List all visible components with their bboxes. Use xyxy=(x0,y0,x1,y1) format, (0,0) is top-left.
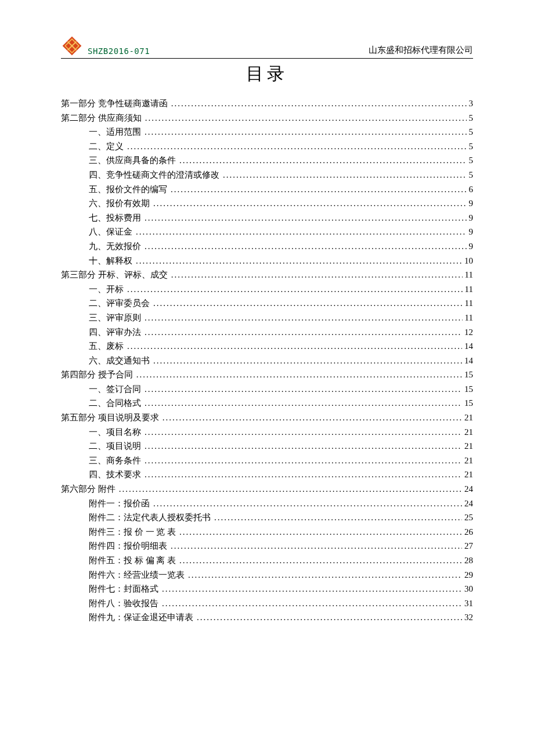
toc-entry[interactable]: 十、解释权 10 xyxy=(61,254,473,268)
toc-entry-label: 三、评审原则 xyxy=(89,311,141,325)
toc-entry-label: 五、废标 xyxy=(89,339,124,354)
toc-entry[interactable]: 附件四：报价明细表 27 xyxy=(61,539,473,553)
toc-entry-label: 第六部分 附件 xyxy=(61,482,116,496)
toc-entry-label: 第五部分 项目说明及要求 xyxy=(61,411,159,425)
toc-leader-dots xyxy=(171,96,467,111)
toc-entry[interactable]: 二、定义 5 xyxy=(61,139,473,154)
toc-leader-dots xyxy=(214,510,462,525)
toc-leader-dots xyxy=(179,525,462,539)
toc-entry-page: 15 xyxy=(462,382,473,397)
toc-entry[interactable]: 一、开标 11 xyxy=(61,282,473,297)
header-left: SHZB2016-071 xyxy=(61,35,150,57)
toc-entry[interactable]: 八、保证金 9 xyxy=(61,225,473,239)
document-code: SHZB2016-071 xyxy=(88,46,150,57)
toc-entry-page: 28 xyxy=(462,553,473,568)
toc-leader-dots xyxy=(136,225,467,239)
toc-entry-label: 一、适用范围 xyxy=(89,125,141,139)
toc-leader-dots xyxy=(179,153,467,168)
toc-entry-label: 八、保证金 xyxy=(89,225,132,239)
toc-entry[interactable]: 附件六：经营业绩一览表 29 xyxy=(61,568,473,582)
toc-leader-dots xyxy=(145,396,462,411)
toc-entry-label: 附件二：法定代表人授权委托书 xyxy=(89,510,211,525)
toc-entry[interactable]: 第四部分 授予合同 15 xyxy=(61,368,473,382)
toc-entry[interactable]: 附件二：法定代表人授权委托书 25 xyxy=(61,510,473,525)
toc-entry[interactable]: 三、商务条件 21 xyxy=(61,453,473,468)
toc-leader-dots xyxy=(197,610,462,625)
toc-entry-page: 9 xyxy=(467,239,474,254)
toc-entry-page: 15 xyxy=(462,396,473,411)
toc-entry-label: 二、评审委员会 xyxy=(89,296,150,311)
toc-entry[interactable]: 四、技术要求 21 xyxy=(61,467,473,482)
toc-leader-dots xyxy=(145,439,462,453)
toc-entry-page: 5 xyxy=(467,153,474,168)
toc-entry[interactable]: 附件一：报价函 24 xyxy=(61,496,473,511)
toc-entry[interactable]: 二、评审委员会 11 xyxy=(61,296,473,311)
toc-entry-label: 一、开标 xyxy=(89,282,124,297)
toc-leader-dots xyxy=(127,282,463,297)
toc-leader-dots xyxy=(171,539,462,553)
toc-entry-page: 5 xyxy=(467,125,474,139)
toc-entry[interactable]: 一、签订合同 15 xyxy=(61,382,473,397)
toc-entry[interactable]: 六、成交通知书 14 xyxy=(61,354,473,368)
toc-leader-dots xyxy=(136,368,462,382)
page-title: 目录 xyxy=(61,62,473,86)
toc-entry-label: 附件三：报 价 一 览 表 xyxy=(89,525,176,539)
toc-leader-dots xyxy=(145,311,463,325)
toc-entry[interactable]: 六、报价有效期 9 xyxy=(61,196,473,211)
toc-entry[interactable]: 五、报价文件的编写 6 xyxy=(61,182,473,197)
toc-entry-label: 附件九：保证金退还申请表 xyxy=(89,610,193,625)
toc-entry[interactable]: 四、评审办法 12 xyxy=(61,325,473,340)
toc-entry[interactable]: 三、评审原则 11 xyxy=(61,311,473,325)
toc-entry[interactable]: 一、适用范围 5 xyxy=(61,125,473,139)
toc-leader-dots xyxy=(153,496,462,511)
toc-leader-dots xyxy=(153,354,462,368)
toc-leader-dots xyxy=(119,482,462,496)
toc-entry[interactable]: 附件八：验收报告 31 xyxy=(61,596,473,611)
page-header: SHZB2016-071 山东盛和招标代理有限公司 xyxy=(61,35,473,59)
toc-entry[interactable]: 七、投标费用 9 xyxy=(61,211,473,225)
toc-entry[interactable]: 二、项目说明 21 xyxy=(61,439,473,453)
toc-entry[interactable]: 附件五：投 标 偏 离 表 28 xyxy=(61,553,473,568)
toc-entry-page: 5 xyxy=(467,139,474,154)
toc-entry-page: 12 xyxy=(462,325,473,340)
toc-entry[interactable]: 第五部分 项目说明及要求 21 xyxy=(61,411,473,425)
toc-entry[interactable]: 第六部分 附件 24 xyxy=(61,482,473,496)
toc-entry-page: 14 xyxy=(462,339,473,354)
toc-entry[interactable]: 二、合同格式 15 xyxy=(61,396,473,411)
company-name: 山东盛和招标代理有限公司 xyxy=(369,45,473,57)
toc-leader-dots xyxy=(145,111,467,125)
toc-entry[interactable]: 五、废标 14 xyxy=(61,339,473,354)
toc-entry-label: 六、成交通知书 xyxy=(89,354,150,368)
toc-entry-label: 二、项目说明 xyxy=(89,439,141,453)
toc-entry[interactable]: 四、竞争性磋商文件的澄清或修改 5 xyxy=(61,168,473,182)
toc-entry[interactable]: 附件三：报 价 一 览 表 26 xyxy=(61,525,473,539)
toc-entry-page: 6 xyxy=(467,182,474,197)
toc-leader-dots xyxy=(179,553,462,568)
toc-entry[interactable]: 一、项目名称 21 xyxy=(61,425,473,440)
toc-leader-dots xyxy=(145,453,462,468)
toc-entry-page: 9 xyxy=(467,211,474,225)
toc-entry-page: 21 xyxy=(462,425,473,440)
toc-entry-page: 31 xyxy=(462,596,473,611)
toc-leader-dots xyxy=(145,211,467,225)
toc-entry[interactable]: 附件七：封面格式 30 xyxy=(61,582,473,596)
toc-leader-dots xyxy=(171,268,463,282)
toc-entry-page: 25 xyxy=(462,510,473,525)
toc-entry-page: 30 xyxy=(462,582,473,596)
toc-leader-dots xyxy=(163,411,462,425)
toc-leader-dots xyxy=(145,382,462,397)
table-of-contents: 第一部分 竞争性磋商邀请函 3第二部分 供应商须知 5一、适用范围 5二、定义 … xyxy=(61,96,473,625)
toc-entry[interactable]: 第二部分 供应商须知 5 xyxy=(61,111,473,125)
toc-entry-label: 二、定义 xyxy=(89,139,124,154)
toc-entry[interactable]: 附件九：保证金退还申请表 32 xyxy=(61,610,473,625)
toc-entry-label: 九、无效报价 xyxy=(89,239,141,254)
toc-entry[interactable]: 三、供应商具备的条件 5 xyxy=(61,153,473,168)
toc-entry[interactable]: 第三部分 开标、评标、成交 11 xyxy=(61,268,473,282)
toc-entry[interactable]: 九、无效报价 9 xyxy=(61,239,473,254)
toc-entry-label: 第二部分 供应商须知 xyxy=(61,111,142,125)
toc-leader-dots xyxy=(171,182,467,197)
toc-entry-page: 14 xyxy=(462,354,473,368)
toc-entry[interactable]: 第一部分 竞争性磋商邀请函 3 xyxy=(61,96,473,111)
toc-leader-dots xyxy=(127,139,467,154)
toc-entry-page: 11 xyxy=(463,268,473,282)
